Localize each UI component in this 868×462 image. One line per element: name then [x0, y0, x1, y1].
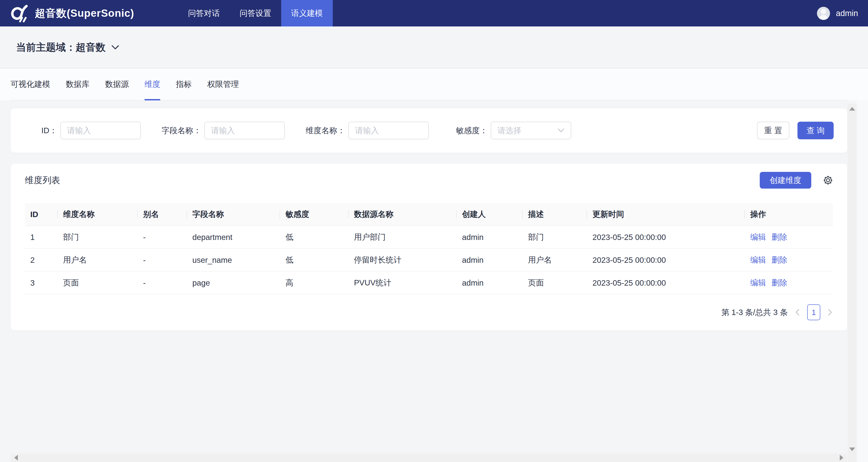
filter-item-id: ID：	[41, 122, 141, 139]
table-cell: 1	[25, 226, 58, 249]
chevron-down-icon	[558, 128, 564, 133]
dimension-list-panel: 维度列表 创建维度	[11, 164, 847, 330]
table-cell-actions: 编辑删除	[745, 226, 833, 249]
column-header-ID: ID	[25, 203, 58, 226]
table-cell: 2023-05-25 00:00:00	[587, 226, 745, 249]
table-cell: 页面	[58, 271, 138, 294]
column-header-数据源名称: 数据源名称	[348, 203, 457, 226]
delete-link[interactable]: 删除	[772, 233, 787, 241]
table-cell: 低	[280, 249, 348, 271]
chevron-left-icon[interactable]	[795, 308, 800, 316]
table-cell: 部门	[523, 226, 587, 249]
table-cell-actions: 编辑删除	[745, 249, 833, 271]
horizontal-scrollbar[interactable]	[11, 454, 847, 462]
brand-logo[interactable]: 超音数(SuperSonic)	[9, 4, 134, 23]
list-header-actions: 创建维度	[760, 172, 833, 189]
scroll-up-arrow-icon[interactable]	[849, 107, 855, 111]
select-placeholder: 请选择	[498, 125, 521, 136]
dimension-name-input[interactable]	[348, 122, 429, 139]
nav-item-问答对话[interactable]: 问答对话	[178, 0, 230, 27]
table-row: 2用户名-user_name低停留时长统计admin用户名2023-05-25 …	[25, 249, 833, 271]
table-cell: user_name	[187, 249, 280, 271]
sensitivity-select[interactable]: 请选择	[491, 122, 571, 139]
pagination: 第 1-3 条/总共 3 条 1	[25, 295, 833, 330]
pagination-summary: 第 1-3 条/总共 3 条	[721, 307, 788, 318]
column-header-维度名称: 维度名称	[58, 203, 138, 226]
column-header-操作: 操作	[745, 203, 833, 226]
vertical-scrollbar[interactable]	[848, 104, 857, 462]
domain-value: 超音数	[76, 41, 105, 53]
table-header-row: ID维度名称别名字段名称敏感度数据源名称创建人描述更新时间操作	[25, 203, 833, 226]
dimension-table: ID维度名称别名字段名称敏感度数据源名称创建人描述更新时间操作 1部门-depa…	[25, 203, 833, 295]
tab-指标[interactable]: 指标	[176, 68, 192, 100]
table-cell: 部门	[58, 226, 138, 249]
username: admin	[836, 9, 858, 18]
tabs-bar: 可视化建模数据库数据源维度指标权限管理	[0, 68, 868, 100]
field-name-input[interactable]	[204, 122, 285, 139]
field-name-label: 字段名称：	[162, 125, 201, 136]
filter-item-field-name: 字段名称：	[162, 122, 285, 139]
id-input[interactable]	[60, 122, 141, 139]
chevron-down-icon[interactable]	[112, 45, 119, 50]
table-cell: 2023-05-25 00:00:00	[587, 249, 745, 271]
app-root: 超音数(SuperSonic) 问答对话问答设置语义建模 admin 当前主题域…	[0, 0, 868, 462]
table-cell: 2	[25, 249, 58, 271]
reset-button[interactable]: 重 置	[757, 122, 789, 139]
column-header-更新时间: 更新时间	[587, 203, 745, 226]
nav-item-语义建模[interactable]: 语义建模	[281, 0, 333, 27]
column-header-别名: 别名	[138, 203, 187, 226]
table-cell: 2023-05-25 00:00:00	[587, 271, 745, 294]
table-row: 3页面-page高PVUV统计admin页面2023-05-25 00:00:0…	[25, 271, 833, 294]
edit-link[interactable]: 编辑	[750, 233, 766, 241]
avatar	[817, 7, 830, 20]
table-cell: 页面	[523, 271, 587, 294]
right-gutter	[857, 101, 868, 462]
filter-panel: ID：字段名称：维度名称：敏感度：请选择 重 置 查 询	[11, 108, 847, 153]
table-body: 1部门-department低用户部门admin部门2023-05-25 00:…	[25, 226, 833, 294]
tabs: 可视化建模数据库数据源维度指标权限管理	[11, 68, 847, 100]
search-button[interactable]: 查 询	[798, 122, 834, 139]
scroll-right-arrow-icon[interactable]	[840, 455, 843, 461]
delete-link[interactable]: 删除	[772, 278, 787, 287]
table-cell: page	[187, 271, 280, 294]
table-row: 1部门-department低用户部门admin部门2023-05-25 00:…	[25, 226, 833, 249]
create-dimension-button[interactable]: 创建维度	[760, 172, 811, 189]
column-header-创建人: 创建人	[457, 203, 523, 226]
tab-维度[interactable]: 维度	[145, 68, 160, 100]
chevron-right-icon[interactable]	[827, 308, 833, 316]
gear-icon[interactable]	[823, 175, 833, 185]
tab-数据源[interactable]: 数据源	[105, 68, 129, 100]
table-cell: 3	[25, 271, 58, 294]
nav-item-问答设置[interactable]: 问答设置	[230, 0, 281, 27]
domain-label: 当前主题域：超音数	[16, 41, 105, 54]
list-title: 维度列表	[25, 174, 60, 186]
delete-link[interactable]: 删除	[772, 255, 787, 264]
table-cell-actions: 编辑删除	[745, 271, 833, 294]
table-cell: admin	[457, 271, 523, 294]
user-menu[interactable]: admin	[817, 7, 858, 20]
supersonic-logo-icon	[9, 4, 29, 23]
edit-link[interactable]: 编辑	[750, 278, 766, 287]
table-cell: -	[138, 226, 187, 249]
table-cell: 用户部门	[348, 226, 457, 249]
column-header-描述: 描述	[523, 203, 587, 226]
id-label: ID：	[41, 125, 57, 136]
brand-title: 超音数(SuperSonic)	[35, 6, 134, 20]
tab-数据库[interactable]: 数据库	[66, 68, 90, 100]
domain-bar: 当前主题域：超音数	[0, 27, 868, 68]
scroll-left-arrow-icon[interactable]	[14, 455, 18, 461]
scroll-down-arrow-icon[interactable]	[849, 448, 855, 451]
tab-可视化建模[interactable]: 可视化建模	[11, 68, 50, 100]
column-header-字段名称: 字段名称	[187, 203, 280, 226]
sensitivity-label: 敏感度：	[456, 125, 488, 136]
table-cell: 低	[280, 226, 348, 249]
table-cell: admin	[457, 249, 523, 271]
list-header: 维度列表 创建维度	[25, 164, 833, 203]
edit-link[interactable]: 编辑	[750, 255, 766, 264]
table-cell: 用户名	[58, 249, 138, 271]
page-number-button[interactable]: 1	[807, 304, 820, 320]
table-cell: 停留时长统计	[348, 249, 457, 271]
table-cell: 高	[280, 271, 348, 294]
tab-权限管理[interactable]: 权限管理	[207, 68, 239, 100]
filter-item-sensitivity: 敏感度：请选择	[456, 122, 571, 139]
